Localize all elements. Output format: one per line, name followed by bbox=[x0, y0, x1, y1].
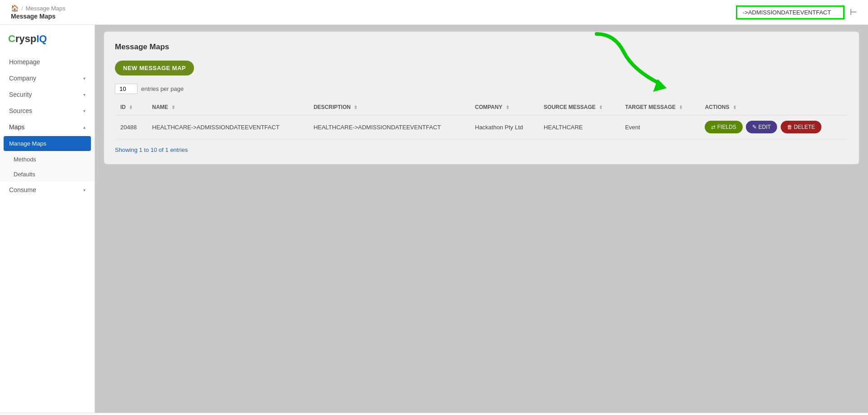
cell-id: 20488 bbox=[115, 115, 147, 139]
delete-button[interactable]: 🗑 DELETE bbox=[781, 121, 821, 133]
sidebar-item-manage-maps[interactable]: Manage Maps bbox=[4, 136, 91, 151]
logo-rysp: rysp bbox=[15, 33, 36, 44]
delete-icon: 🗑 bbox=[787, 124, 792, 130]
new-message-map-button[interactable]: NEW MESSAGE MAP bbox=[115, 61, 194, 75]
sidebar-item-defaults[interactable]: Defaults bbox=[0, 167, 95, 182]
sort-icon: ⇕ bbox=[733, 105, 736, 110]
sidebar-item-maps[interactable]: Maps ▴ bbox=[0, 119, 95, 135]
sort-icon: ⇕ bbox=[679, 105, 683, 110]
chevron-down-icon: ▾ bbox=[83, 76, 85, 81]
sidebar-item-homepage[interactable]: Homepage bbox=[0, 54, 95, 70]
chevron-down-icon: ▾ bbox=[83, 92, 85, 97]
entries-label: entries per page bbox=[141, 85, 184, 92]
page-title: Message Maps bbox=[11, 13, 66, 20]
edit-icon: ✎ bbox=[752, 124, 757, 130]
cell-description: HEALTHCARE->ADMISSIONDATEEVENTFACT bbox=[308, 115, 470, 139]
sort-icon: ⇕ bbox=[354, 105, 357, 110]
col-id[interactable]: ID ⇕ bbox=[115, 99, 147, 115]
chevron-down-icon: ▾ bbox=[83, 188, 85, 193]
entries-per-page-input[interactable] bbox=[115, 84, 138, 94]
cell-name: HEALTHCARE->ADMISSIONDATEEVENTFACT bbox=[147, 115, 308, 139]
logo: CryspIQ bbox=[0, 25, 95, 49]
col-company[interactable]: COMPANY ⇕ bbox=[470, 99, 538, 115]
sort-icon: ⇕ bbox=[129, 105, 133, 110]
chevron-down-icon: ▾ bbox=[83, 108, 85, 113]
search-highlighted-box[interactable]: ->ADMISSIONDATEEVENTFACT bbox=[736, 5, 844, 19]
message-maps-table: ID ⇕ NAME ⇕ DESCRIPTION ⇕ COMPANY bbox=[115, 99, 848, 139]
sort-icon: ⇕ bbox=[599, 105, 602, 110]
cell-source-message: HEALTHCARE bbox=[538, 115, 620, 139]
card-title: Message Maps bbox=[115, 42, 848, 52]
col-description[interactable]: DESCRIPTION ⇕ bbox=[308, 99, 470, 115]
home-icon: 🏠 bbox=[11, 5, 19, 12]
edit-button[interactable]: ✎ EDIT bbox=[746, 121, 777, 133]
fields-button[interactable]: ⇄ FIELDS bbox=[705, 121, 742, 133]
sidebar-item-company[interactable]: Company ▾ bbox=[0, 70, 95, 86]
table-row: 20488 HEALTHCARE->ADMISSIONDATEEVENTFACT… bbox=[115, 115, 848, 139]
cell-actions: ⇄ FIELDS ✎ EDIT 🗑 DELETE bbox=[699, 115, 848, 139]
top-bar-left: 🏠 / Message Maps Message Maps bbox=[11, 5, 66, 20]
sidebar-item-security[interactable]: Security ▾ bbox=[0, 86, 95, 103]
col-name[interactable]: NAME ⇕ bbox=[147, 99, 308, 115]
sidebar-nav: Homepage Company ▾ Security ▾ Sources ▾ … bbox=[0, 54, 95, 198]
maps-submenu: Manage Maps Methods Defaults bbox=[0, 136, 95, 182]
breadcrumb-separator: / bbox=[21, 5, 23, 12]
cell-target-message: Event bbox=[620, 115, 700, 139]
pagination-info: Showing 1 to 10 of 1 entries bbox=[115, 146, 848, 153]
footer: guidde. Made with guidde.com bbox=[0, 413, 868, 415]
col-source-message[interactable]: SOURCE MESSAGE ⇕ bbox=[538, 99, 620, 115]
sort-icon: ⇕ bbox=[506, 105, 509, 110]
top-bar-right: ->ADMISSIONDATEEVENTFACT ⊢ bbox=[736, 5, 857, 19]
main-content: Message Maps NEW MESSAGE MAP entries per… bbox=[95, 25, 868, 413]
col-actions[interactable]: ACTIONS ⇕ bbox=[699, 99, 848, 115]
table-controls: entries per page bbox=[115, 84, 848, 94]
logout-icon[interactable]: ⊢ bbox=[850, 7, 857, 17]
cell-company: Hackathon Pty Ltd bbox=[470, 115, 538, 139]
logo-iq: IQ bbox=[36, 33, 47, 44]
fields-icon: ⇄ bbox=[711, 124, 716, 130]
sidebar: CryspIQ Homepage Company ▾ Security ▾ So… bbox=[0, 25, 95, 413]
breadcrumb: 🏠 / Message Maps bbox=[11, 5, 66, 12]
sort-icon: ⇕ bbox=[171, 105, 175, 110]
col-target-message[interactable]: TARGET MESSAGE ⇕ bbox=[620, 99, 700, 115]
logo-c: C bbox=[8, 33, 15, 44]
sidebar-item-sources[interactable]: Sources ▾ bbox=[0, 103, 95, 119]
sidebar-item-methods[interactable]: Methods bbox=[0, 152, 95, 167]
sidebar-item-consume[interactable]: Consume ▾ bbox=[0, 182, 95, 198]
breadcrumb-current: Message Maps bbox=[26, 5, 66, 12]
content-card: Message Maps NEW MESSAGE MAP entries per… bbox=[104, 32, 859, 164]
chevron-up-icon: ▴ bbox=[83, 125, 85, 130]
